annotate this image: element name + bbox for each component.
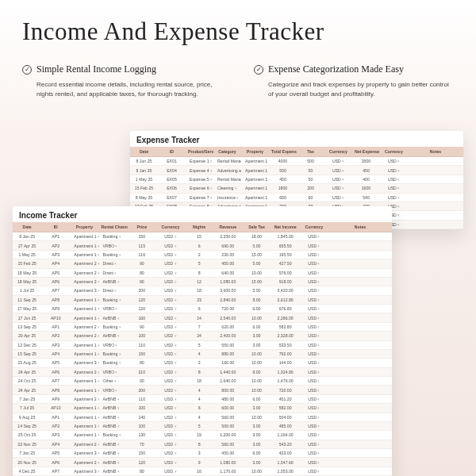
table-cell: Booking [99, 359, 128, 367]
table-cell: 10.00 [242, 386, 271, 394]
table-cell [408, 211, 463, 220]
table-cell: 27 Apr 25 [13, 241, 41, 250]
table-cell: USD [156, 313, 185, 322]
table-cell [328, 394, 392, 403]
table-cell: 3.00 [242, 440, 271, 448]
table-cell: USD [300, 232, 328, 241]
table-cell: USD [156, 421, 185, 430]
table-cell: AP2 [41, 421, 70, 430]
table-cell: 9 [185, 458, 213, 466]
table-cell: 1,080.00 [213, 458, 242, 466]
table-cell: USD [156, 232, 185, 241]
table-row: 13 Sep 25AP1Apartment 2Booking90USD7620.… [13, 322, 392, 331]
table-cell: USD [300, 277, 328, 286]
table-cell: VRBO [99, 241, 128, 250]
table-cell: 620.00 [213, 322, 242, 331]
table-cell: USD [156, 377, 185, 386]
table-cell: EX04 [158, 166, 186, 175]
table-cell: 10.00 [242, 349, 271, 358]
table-cell [328, 322, 392, 331]
table-cell: USD [156, 359, 185, 367]
table-cell: AP4 [41, 440, 70, 448]
table-cell [328, 359, 392, 367]
table-cell: 3,600.00 [213, 286, 242, 295]
table-cell: 1 May 25 [130, 175, 158, 183]
table-cell [408, 157, 463, 166]
table-cell: 720.00 [271, 386, 300, 394]
table-cell: AirBNB [99, 313, 128, 322]
column-header: Property [241, 147, 269, 157]
table-cell: 140 [128, 413, 156, 421]
table-cell: Advertising and Marketing [213, 166, 241, 175]
table-cell: Apartment 2 [70, 259, 98, 268]
table-cell: 80 [128, 466, 156, 475]
table-cell: 1,845.00 [271, 232, 300, 241]
table-cell: AP6 [41, 277, 70, 286]
table-cell: 11 Sep 25 [13, 295, 41, 304]
table-cell: USD [380, 157, 408, 166]
table-row: 4 Dec 25AP7Apartment 3AirBNB80USD161,170… [13, 466, 392, 475]
table-cell: 2 [185, 250, 213, 259]
table-cell: 90 [128, 259, 156, 268]
column-header: Total Expense [269, 147, 297, 157]
table-cell: Apartment 1 [70, 250, 98, 259]
table-cell: 5.00 [242, 241, 271, 250]
column-header: Date [13, 222, 41, 232]
table-cell: Apartment 2 [70, 277, 98, 286]
table-cell: AirBNB [99, 404, 128, 413]
table-cell: Apartment 1 [70, 241, 98, 250]
table-row: 8 Jan 25EX04Expense 4Advertising and Mar… [130, 166, 463, 175]
table-cell: AP5 [41, 268, 70, 277]
table-cell: USD [300, 404, 328, 413]
table-row: 1 May 25EX05Expense 5Rental ManagementAp… [130, 175, 463, 183]
table-cell [328, 241, 392, 250]
table-cell: 720.00 [213, 305, 242, 313]
table-cell [328, 449, 392, 458]
table-cell: 8 Jan 25 [13, 232, 41, 241]
table-row: 25 Oct 25AP3Apartment 1Booking130USD191,… [13, 431, 392, 440]
table-cell: 4 [185, 413, 213, 421]
table-cell [408, 175, 463, 183]
table-cell: USD [156, 332, 185, 340]
table-cell: 18 [185, 286, 213, 295]
table-cell: Apartment 2 [70, 458, 98, 466]
table-cell: AP10 [41, 313, 70, 322]
table-cell: 880.00 [213, 349, 242, 358]
table-cell: VRBO [99, 386, 128, 394]
table-cell: USD [156, 295, 185, 304]
table-cell: 3.00 [242, 431, 271, 440]
table-cell: 450 [269, 175, 297, 183]
table-cell [408, 166, 463, 175]
table-cell [328, 340, 392, 349]
table-cell: 8 [185, 440, 213, 448]
table-cell: AirBNB [99, 440, 128, 448]
table-cell: 80 [128, 268, 156, 277]
table-cell: 10.00 [242, 466, 271, 475]
column-header: ID [41, 222, 70, 232]
table-cell: 582.00 [271, 404, 300, 413]
table-cell [328, 295, 392, 304]
table-cell: 24 Apr 25 [13, 386, 41, 394]
table-cell: 10.00 [242, 313, 271, 322]
table-cell: USD [156, 367, 185, 376]
table-cell: USD [156, 466, 185, 475]
table-cell: 3.00 [242, 340, 271, 349]
table-cell: 1,200.00 [213, 431, 242, 440]
table-cell: USD [156, 259, 185, 268]
table-row: 15 Sep 25AP4Apartment 1Booking150USD4880… [13, 349, 392, 358]
table-cell: 576.00 [271, 268, 300, 277]
table-cell: USD [380, 175, 408, 183]
table-cell: 2 [185, 359, 213, 367]
table-cell: 144.00 [271, 359, 300, 367]
table-cell: USD [300, 259, 328, 268]
table-cell: 20 Nov 25 [13, 458, 41, 466]
table-cell: Apartment 1 [70, 377, 98, 386]
table-cell: USD [380, 193, 408, 202]
table-cell: 918.00 [271, 277, 300, 286]
table-cell: USD [300, 440, 328, 448]
table-cell: 3,420.00 [271, 286, 300, 295]
table-cell: 90 [128, 377, 156, 386]
table-cell: AP1 [41, 413, 70, 421]
table-cell: 12 Dec 25 [13, 340, 41, 349]
table-cell: USD [300, 305, 328, 313]
